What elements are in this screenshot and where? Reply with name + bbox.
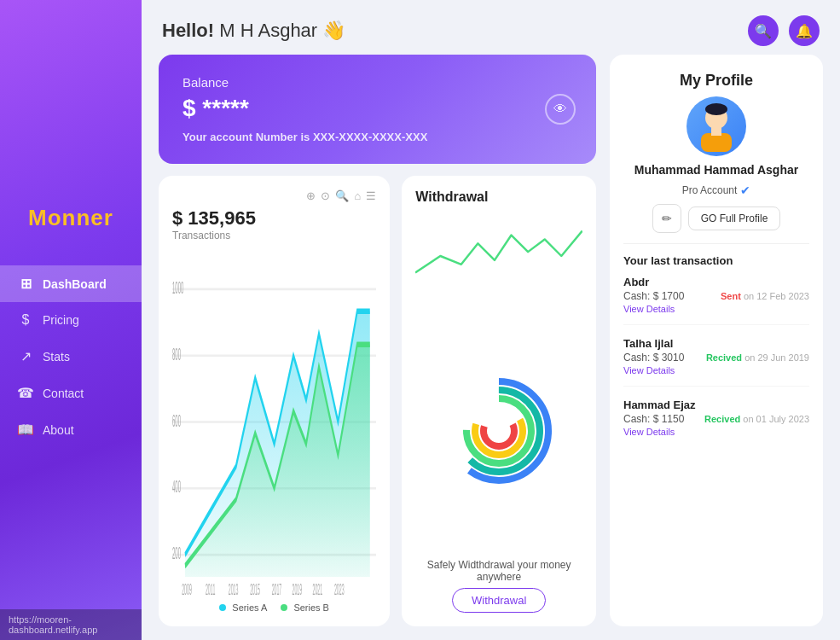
full-profile-button[interactable]: GO Full Profile <box>688 207 781 230</box>
profile-title: My Profile <box>680 72 753 90</box>
sidebar-item-contact[interactable]: ☎ Contact <box>0 375 142 411</box>
tx-status-label-2: Recived <box>704 414 740 424</box>
svg-rect-25 <box>701 133 732 152</box>
withdrawal-title: Withdrawal <box>415 189 582 205</box>
charts-row: ⊕ ⊙ 🔍 ⌂ ☰ $ 135,965 Transactions <box>159 176 596 626</box>
withdrawal-line-svg <box>415 213 582 299</box>
sidebar-nav: ⊞ DashBoard $ Pricing ↗ Stats ☎ Contact … <box>0 265 142 448</box>
withdrawal-bottom: Safely Widthdrawal your money anywhere W… <box>415 559 582 613</box>
legend-dot-a <box>219 604 226 611</box>
content-area: Balance $ ***** Your account Number is X… <box>142 55 840 640</box>
legend-label-b: Series B <box>293 602 329 613</box>
sidebar-label-about: About <box>43 423 74 437</box>
tx-date-0: on 12 Feb 2023 <box>744 291 809 301</box>
tx-row-1: Cash: $ 3010 Recived on 29 Jun 2019 <box>623 352 809 364</box>
edit-profile-button[interactable]: ✏ <box>652 204 681 233</box>
tx-status-1: Recived on 29 Jun 2019 <box>706 352 809 363</box>
donut-chart-area <box>415 311 582 550</box>
toolbar-info-icon[interactable]: ⊙ <box>321 189 330 202</box>
tx-cash-1: Cash: $ 3010 <box>623 352 684 364</box>
edit-icon: ✏ <box>662 212 672 225</box>
sidebar-item-pricing[interactable]: $ Pricing <box>0 302 142 338</box>
tx-name-1: Talha Ijlal <box>623 337 809 350</box>
sidebar-label-stats: Stats <box>43 350 70 364</box>
sidebar-item-stats[interactable]: ↗ Stats <box>0 338 142 375</box>
svg-text:2023: 2023 <box>334 581 345 598</box>
main-content: Hello! M H Asghar 👋 🔍 🔔 Balance $ ***** <box>142 0 840 640</box>
eye-toggle-button[interactable]: 👁 <box>545 94 576 125</box>
svg-text:2011: 2011 <box>206 581 216 598</box>
tx-details-link-1[interactable]: View Details <box>623 365 809 375</box>
bell-icon: 🔔 <box>796 23 813 39</box>
legend-dot-b <box>281 604 287 611</box>
right-panel: My Profile Muhammad Hammad Asghar <box>610 55 823 626</box>
logo-text-mo: Mo <box>28 205 62 230</box>
avatar <box>686 96 746 156</box>
svg-rect-26 <box>711 127 721 136</box>
dashboard-icon: ⊞ <box>17 276 34 292</box>
withdrawal-button[interactable]: Withdrawal <box>452 588 546 613</box>
contact-icon: ☎ <box>17 385 34 401</box>
account-prefix: Your account Number is <box>182 131 310 143</box>
tx-row-0: Cash: $ 1700 Sent on 12 Feb 2023 <box>623 290 809 302</box>
sidebar-item-dashboard[interactable]: ⊞ DashBoard <box>0 265 142 302</box>
tx-row-2: Cash: $ 1150 Recived on 01 July 2023 <box>623 413 809 425</box>
logo-text-nner: nner <box>62 205 113 230</box>
transaction-label: Transactions <box>172 230 376 241</box>
chart-toolbar: ⊕ ⊙ 🔍 ⌂ ☰ <box>172 189 376 202</box>
svg-text:2021: 2021 <box>312 581 322 598</box>
wave-emoji: 👋 <box>322 20 345 41</box>
toolbar-search-icon[interactable]: 🔍 <box>335 189 349 202</box>
tx-name-2: Hammad Ejaz <box>623 399 809 411</box>
svg-text:2019: 2019 <box>293 581 303 598</box>
balance-value: ***** <box>202 95 248 121</box>
tx-date-1: on 29 Jun 2019 <box>744 352 809 363</box>
user-name-text: M H Asghar <box>219 20 317 41</box>
search-button[interactable]: 🔍 <box>748 15 779 46</box>
sidebar-logo: Monner <box>28 205 113 231</box>
tx-cash-0: Cash: $ 1700 <box>623 290 684 302</box>
svg-text:2013: 2013 <box>229 581 239 598</box>
svg-point-19 <box>458 390 540 472</box>
profile-actions: ✏ GO Full Profile <box>652 204 781 233</box>
header: Hello! M H Asghar 👋 🔍 🔔 <box>142 0 840 55</box>
notification-button[interactable]: 🔔 <box>789 15 820 46</box>
svg-text:2009: 2009 <box>182 581 192 598</box>
balance-card: Balance $ ***** Your account Number is X… <box>159 55 596 164</box>
tx-cash-2: Cash: $ 1150 <box>623 413 684 425</box>
toolbar-home-icon[interactable]: ⌂ <box>354 189 361 202</box>
svg-text:600: 600 <box>172 410 181 430</box>
account-number: XXX-XXXX-XXXX-XXX <box>313 131 427 143</box>
about-icon: 📖 <box>17 422 34 438</box>
profile-section: My Profile Muhammad Hammad Asghar <box>623 72 809 244</box>
verified-icon: ✔ <box>740 183 750 197</box>
toolbar-zoom-icon[interactable]: ⊕ <box>306 189 316 202</box>
eye-icon: 👁 <box>553 102 567 117</box>
sidebar-item-about[interactable]: 📖 About <box>0 411 142 448</box>
tx-details-link-2[interactable]: View Details <box>623 427 809 437</box>
transaction-item-0: Abdr Cash: $ 1700 Sent on 12 Feb 2023 Vi… <box>623 276 809 325</box>
withdrawal-safe-text: Safely Widthdrawal your money anywhere <box>415 559 582 583</box>
svg-text:200: 200 <box>172 543 181 562</box>
stats-icon: ↗ <box>17 348 34 364</box>
svg-text:800: 800 <box>172 344 181 364</box>
tx-name-0: Abdr <box>623 276 809 288</box>
chart-legend: Series A Series B <box>172 602 376 613</box>
tx-details-link-0[interactable]: View Details <box>623 304 809 314</box>
sidebar-label-pricing: Pricing <box>43 313 79 327</box>
transaction-chart-area: 1000 800 600 400 200 2 <box>172 245 376 599</box>
svg-point-22 <box>484 416 514 446</box>
withdrawal-line-chart-area <box>415 213 582 302</box>
legend-label-a: Series A <box>232 602 267 613</box>
left-panel: Balance $ ***** Your account Number is X… <box>159 55 596 626</box>
toolbar-menu-icon[interactable]: ☰ <box>366 189 376 202</box>
withdrawal-card: Withdrawal <box>402 176 596 626</box>
transaction-item-1: Talha Ijlal Cash: $ 3010 Recived on 29 J… <box>623 337 809 387</box>
legend-series-b: Series B <box>281 602 329 613</box>
greeting: Hello! <box>162 20 214 41</box>
svg-text:1000: 1000 <box>172 277 183 297</box>
tx-status-2: Recived on 01 July 2023 <box>704 414 809 424</box>
tx-status-label-1: Recived <box>706 352 742 363</box>
sidebar-label-contact: Contact <box>43 387 84 400</box>
profile-name: Muhammad Hammad Asghar <box>634 163 798 177</box>
